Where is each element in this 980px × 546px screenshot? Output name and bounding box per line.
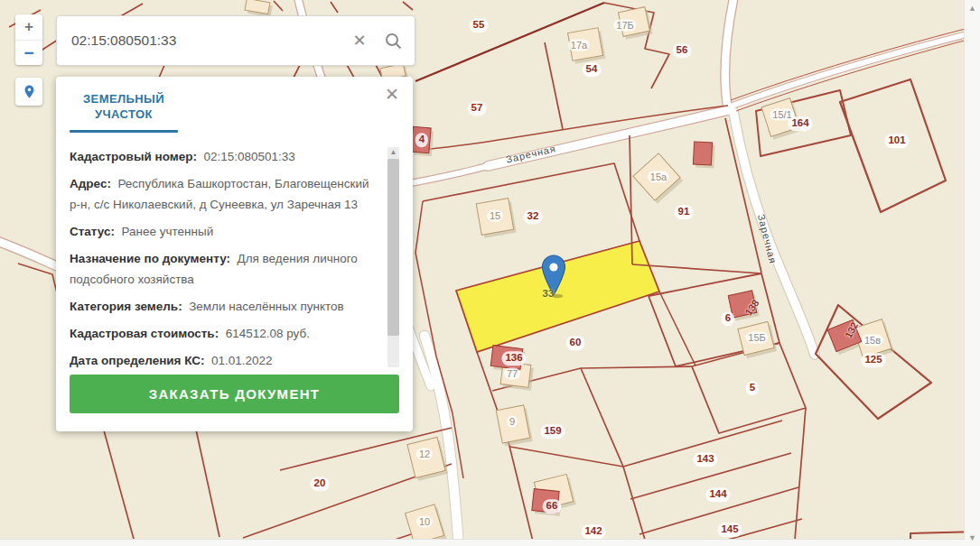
field-row: Кадастровый номер: 02:15:080501:33	[70, 146, 382, 167]
search-button[interactable]	[375, 25, 411, 56]
field-value: Республика Башкортостан, Благовещенский …	[70, 177, 369, 211]
building-red	[490, 346, 523, 370]
locate-button[interactable]	[15, 78, 42, 106]
location-pin-icon	[22, 84, 37, 99]
field-value: Ранее учтенный	[115, 225, 213, 238]
zoom-out-button[interactable]: −	[15, 40, 42, 65]
page-vertical-scrollbar[interactable]: ▲ ▼	[964, 0, 980, 546]
field-value: 02:15:080501:33	[197, 150, 295, 163]
field-value: 01.01.2022	[205, 354, 273, 367]
field-label: Кадастровый номер:	[70, 150, 197, 163]
building-red	[728, 291, 757, 318]
search-input[interactable]	[57, 32, 344, 49]
parcel-details: Кадастровый номер: 02:15:080501:33Адрес:…	[70, 146, 382, 367]
cadastral-map-app: 5557545641011649132606512514314414515914…	[0, 0, 980, 546]
clear-search-button[interactable]: ✕	[344, 25, 375, 56]
building	[476, 199, 514, 236]
field-row: Назначение по документу: Для ведения лич…	[70, 248, 382, 290]
building	[619, 7, 650, 37]
field-row: Кадастровая стоимость: 614512.08 руб.	[70, 323, 382, 344]
field-row: Статус: Ранее учтенный	[70, 221, 382, 242]
field-value: 614512.08 руб.	[219, 327, 310, 340]
panel-scrollbar[interactable]: ▲	[387, 147, 399, 367]
parcel-info-panel: ✕ ЗЕМЕЛЬНЫЙ УЧАСТОК Кадастровый номер: 0…	[56, 77, 413, 431]
order-document-button[interactable]: ЗАКАЗАТЬ ДОКУМЕНТ	[70, 375, 399, 413]
field-row: Категория земель: Земли населённых пункт…	[70, 296, 382, 317]
field-value: Земли населённых пунктов	[182, 300, 344, 313]
field-label: Дата определения КС:	[70, 354, 205, 367]
magnifier-icon	[385, 32, 402, 50]
field-label: Назначение по документу:	[70, 252, 230, 265]
panel-scroll-up-icon[interactable]: ▲	[387, 147, 399, 158]
field-label: Кадастровая стоимость:	[70, 327, 219, 340]
tab-land-parcel[interactable]: ЗЕМЕЛЬНЫЙ УЧАСТОК	[70, 92, 178, 133]
building	[496, 405, 529, 443]
building-red	[693, 142, 712, 165]
close-panel-button[interactable]: ✕	[383, 84, 401, 105]
building	[568, 28, 603, 60]
panel-scrollbar-thumb[interactable]	[387, 159, 399, 336]
field-row: Адрес: Республика Башкортостан, Благовещ…	[70, 173, 382, 215]
scroll-up-icon[interactable]: ▲	[965, 2, 980, 14]
tab-title-line1: ЗЕМЕЛЬНЫЙ	[70, 92, 178, 107]
tab-underline	[70, 130, 178, 133]
tab-title-line2: УЧАСТОК	[70, 107, 178, 123]
field-label: Статус:	[70, 225, 115, 238]
field-row: Дата определения КС: 01.01.2022	[70, 350, 382, 367]
search-box: ✕	[56, 15, 415, 66]
field-label: Категория земель:	[70, 300, 182, 313]
zoom-controls: + −	[15, 14, 42, 65]
building-red	[411, 126, 431, 153]
field-label: Адрес:	[70, 177, 111, 190]
scroll-down-icon[interactable]: ▼	[965, 532, 980, 544]
building-red	[532, 489, 559, 514]
page-horizontal-scrollbar[interactable]	[0, 539, 965, 546]
zoom-in-button[interactable]: +	[15, 14, 42, 40]
